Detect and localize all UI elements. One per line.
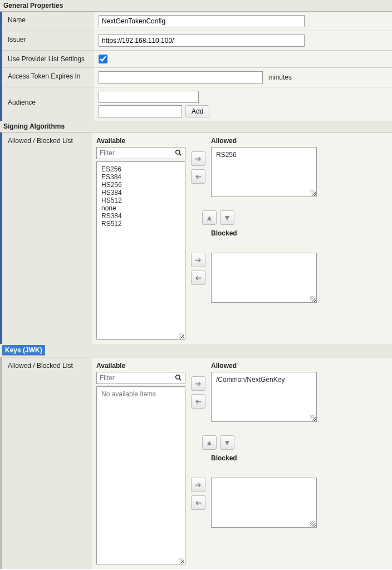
signing-filter-input[interactable] — [96, 147, 185, 159]
list-item[interactable]: ES384 — [101, 173, 180, 181]
no-items-text: No available items — [101, 390, 156, 398]
available-label: Available — [96, 137, 185, 145]
add-button[interactable]: Add — [185, 105, 209, 117]
issuer-input[interactable] — [99, 35, 305, 47]
useprov-label: Use Provider List Settings — [2, 51, 94, 67]
svg-point-0 — [176, 150, 180, 154]
move-up-button[interactable]: ▲ — [202, 210, 217, 225]
signing-blocked-list[interactable] — [211, 253, 317, 303]
audience-label: Audience — [2, 87, 94, 121]
allowed-label: Allowed — [211, 362, 317, 370]
move-right-button[interactable]: ➔ — [191, 151, 205, 166]
keys-filter-input[interactable] — [96, 372, 185, 384]
keys-list-label: Allowed / Blocked List — [0, 357, 92, 569]
list-item[interactable]: ES256 — [101, 165, 180, 173]
expires-input[interactable] — [99, 71, 263, 83]
section-header-keys: Keys (JWK) — [2, 345, 45, 356]
move-down-button[interactable]: ▼ — [220, 435, 234, 450]
list-item[interactable]: HS512 — [101, 196, 180, 204]
search-icon — [175, 374, 182, 383]
svg-line-1 — [179, 154, 181, 155]
allowed-label: Allowed — [211, 137, 317, 145]
keys-picker: Allowed / Blocked List Available No avai… — [0, 357, 392, 569]
name-label: Name — [2, 12, 94, 31]
blocked-label: Blocked — [211, 454, 317, 462]
move-right-button[interactable]: ➔ — [191, 478, 205, 492]
issuer-label: Issuer — [2, 31, 94, 50]
move-left-button[interactable]: ➔ — [191, 271, 205, 285]
expires-label: Access Token Expires In — [2, 68, 94, 87]
svg-point-2 — [176, 375, 180, 379]
section-header-general: General Properties — [0, 0, 392, 12]
keys-available-list[interactable]: No available items — [96, 386, 185, 564]
signing-available-list[interactable]: ES256 ES384 HS256 HS384 HS512 none RS384… — [96, 161, 185, 340]
signing-allowed-list[interactable]: RS256 — [211, 147, 317, 197]
list-item[interactable]: HS256 — [101, 181, 180, 189]
keys-blocked-list[interactable] — [211, 478, 317, 528]
expires-suffix: minutes — [268, 73, 292, 81]
available-label: Available — [96, 362, 185, 370]
useprov-checkbox[interactable] — [99, 55, 107, 63]
list-item[interactable]: none — [101, 204, 180, 212]
move-right-button[interactable]: ➔ — [191, 376, 205, 391]
audience-input-1[interactable] — [99, 91, 199, 103]
signing-list-label: Allowed / Blocked List — [0, 132, 92, 344]
move-left-button[interactable]: ➔ — [191, 495, 205, 510]
list-item[interactable]: RS384 — [101, 212, 180, 220]
keys-allowed-list[interactable]: /Common/NextGenKey — [211, 372, 317, 422]
general-panel: Name Issuer Use Provider List Settings A… — [0, 12, 392, 121]
move-up-button[interactable]: ▲ — [202, 435, 217, 450]
move-left-button[interactable]: ➔ — [191, 394, 205, 409]
svg-line-3 — [179, 379, 181, 380]
search-icon — [175, 149, 182, 158]
move-down-button[interactable]: ▼ — [220, 210, 234, 225]
blocked-label: Blocked — [211, 229, 317, 237]
section-header-signing: Signing Algorithms — [0, 121, 392, 132]
list-item[interactable]: RS256 — [216, 151, 312, 159]
list-item[interactable]: /Common/NextGenKey — [216, 376, 312, 384]
list-item[interactable]: HS384 — [101, 189, 180, 196]
audience-input-2[interactable] — [99, 105, 182, 117]
list-item[interactable]: RS512 — [101, 220, 180, 228]
signing-picker: Allowed / Blocked List Available ES256 E… — [0, 132, 392, 344]
name-input[interactable] — [99, 15, 305, 27]
move-right-button[interactable]: ➔ — [191, 253, 205, 267]
move-left-button[interactable]: ➔ — [191, 169, 205, 184]
